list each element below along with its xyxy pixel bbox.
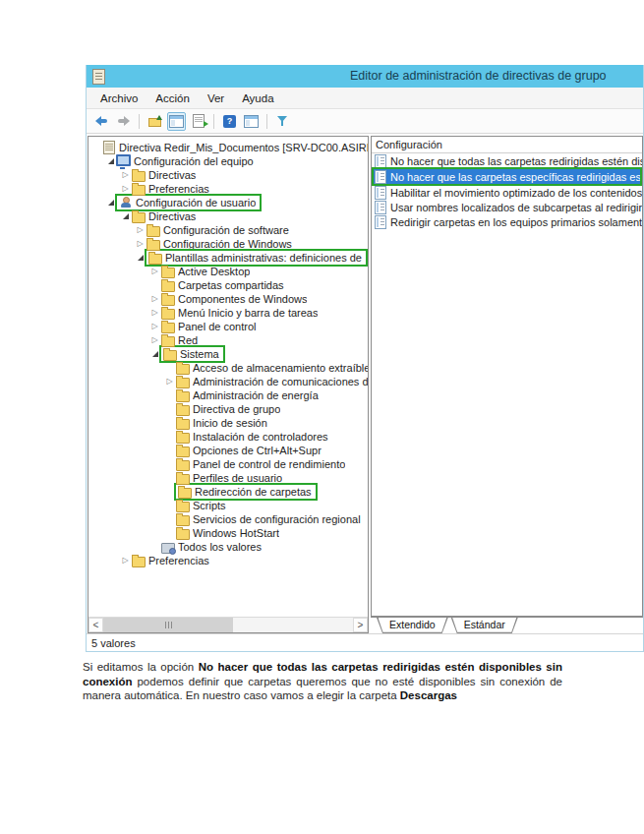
- tree-item[interactable]: Active Desktop: [88, 265, 368, 278]
- tree-item[interactable]: Configuración de software: [88, 223, 368, 237]
- tab-estandar[interactable]: Estándar: [451, 618, 518, 633]
- expander-closed-icon[interactable]: [120, 185, 131, 193]
- scrollbar-track[interactable]: [103, 618, 353, 632]
- settings-list-item[interactable]: Redirigir carpetas en los equipos primar…: [372, 214, 642, 229]
- tree-item-label: Directivas: [148, 210, 196, 222]
- tree-item[interactable]: Directiva Redir_Mis_Documentos [SRV-DC00…: [88, 141, 368, 154]
- tree-item-label: Carpetas compartidas: [178, 279, 284, 291]
- back-icon[interactable]: [92, 112, 111, 131]
- menu-accion[interactable]: Acción: [146, 92, 199, 104]
- horizontal-scrollbar[interactable]: < >: [88, 617, 368, 632]
- tree-item-content: Directivas: [131, 209, 196, 223]
- tree-item[interactable]: Acceso de almacenamiento extraíble: [88, 361, 368, 375]
- tree-item[interactable]: Directiva de grupo: [88, 402, 368, 416]
- tree-item[interactable]: Directivas: [88, 209, 368, 223]
- expander-closed-icon[interactable]: [149, 323, 160, 330]
- expander-closed-icon[interactable]: [135, 240, 146, 248]
- setting-icon: [375, 154, 386, 168]
- tree-item[interactable]: Preferencias: [88, 554, 368, 567]
- toolbar: [87, 109, 643, 134]
- expander-closed-icon[interactable]: [120, 557, 131, 565]
- tree-item[interactable]: Servicios de configuración regional: [88, 512, 368, 526]
- tree-item-content: Componentes de Windows: [160, 292, 307, 306]
- caption-bold-text: Descargas: [400, 689, 457, 701]
- console-tree: Directiva Redir_Mis_Documentos [SRV-DC00…: [88, 137, 368, 617]
- tree-item-label: Inicio de sesión: [193, 417, 267, 429]
- folder-icon: [146, 238, 160, 251]
- menu-ver[interactable]: Ver: [199, 92, 233, 104]
- folder-icon: [175, 472, 190, 485]
- expander-open-icon[interactable]: [120, 213, 131, 219]
- allvalues-icon: [160, 541, 175, 554]
- expander-closed-icon[interactable]: [149, 268, 160, 275]
- tree-item[interactable]: Panel de control de rendimiento: [88, 457, 368, 471]
- expander-open-icon[interactable]: [105, 158, 116, 164]
- tree-item[interactable]: Administración de comunicaciones de Inte…: [88, 375, 368, 388]
- show-console-tree-icon[interactable]: [167, 112, 186, 131]
- filter-icon[interactable]: [273, 112, 292, 131]
- caption-paragraph: Si editamos la opción No hacer que todas…: [83, 660, 562, 703]
- up-one-level-folder-icon[interactable]: [146, 112, 164, 131]
- tree-item[interactable]: Sistema: [88, 347, 368, 361]
- scroll-left-button[interactable]: <: [88, 618, 103, 632]
- menubar: ArchivoAcciónVerAyuda: [87, 88, 643, 109]
- tree-item[interactable]: Administración de energía: [88, 388, 368, 402]
- statusbar: 5 valores: [87, 633, 643, 651]
- expander-closed-icon[interactable]: [149, 295, 160, 303]
- expander-closed-icon[interactable]: [149, 309, 160, 317]
- settings-item-label: Redirigir carpetas en los equipos primar…: [390, 216, 642, 228]
- help-icon[interactable]: [220, 112, 239, 131]
- folder-icon: [131, 210, 146, 223]
- settings-item-label: Habilitar el movimiento optimizado de lo…: [390, 187, 642, 199]
- folder-icon: [147, 252, 162, 265]
- settings-list-item[interactable]: Habilitar el movimiento optimizado de lo…: [372, 185, 642, 200]
- view-tabs: ExtendidoEstándar: [371, 617, 643, 633]
- tree-item-label: Configuración de usuario: [136, 197, 256, 208]
- expander-closed-icon[interactable]: [164, 378, 175, 386]
- column-header-configuracion[interactable]: Configuración: [372, 137, 642, 153]
- folder-icon: [175, 403, 190, 416]
- tree-item[interactable]: Opciones de Ctrl+Alt+Supr: [88, 444, 368, 457]
- titlebar[interactable]: Editor de administración de directivas d…: [87, 65, 643, 88]
- tree-item[interactable]: Componentes de Windows: [88, 292, 368, 306]
- tree-item[interactable]: Redirección de carpetas: [88, 485, 368, 499]
- tree-item[interactable]: Carpetas compartidas: [88, 278, 368, 292]
- tree-item[interactable]: Scripts: [88, 499, 368, 512]
- user-icon: [118, 197, 133, 208]
- tab-extendido[interactable]: Extendido: [377, 618, 448, 633]
- tree-item-label: Todos los valores: [178, 541, 262, 553]
- tree-item[interactable]: Inicio de sesión: [88, 416, 368, 430]
- tree-item[interactable]: Configuración del equipo: [88, 154, 368, 168]
- expander-closed-icon[interactable]: [120, 171, 131, 179]
- app-icon: [92, 69, 105, 85]
- export-list-icon[interactable]: [189, 112, 207, 131]
- tree-item[interactable]: Red: [88, 333, 368, 347]
- scroll-right-button[interactable]: >: [353, 618, 368, 632]
- tree-item[interactable]: Panel de control: [88, 320, 368, 333]
- tree-item[interactable]: Configuración de usuario: [88, 196, 368, 209]
- scrollbar-thumb[interactable]: [103, 618, 233, 632]
- forward-icon[interactable]: [114, 112, 133, 131]
- tree-item[interactable]: Todos los valores: [88, 540, 368, 554]
- tree-item[interactable]: Windows HotStart: [88, 526, 368, 540]
- tree-item-content: Carpetas compartidas: [160, 278, 284, 292]
- expander-closed-icon[interactable]: [135, 226, 146, 234]
- tree-item-content: Servicios de configuración regional: [175, 512, 361, 526]
- menu-ayuda[interactable]: Ayuda: [233, 92, 282, 104]
- tree-item[interactable]: Directivas: [88, 168, 368, 182]
- menu-archivo[interactable]: Archivo: [91, 92, 146, 104]
- tree-item[interactable]: Menú Inicio y barra de tareas: [88, 306, 368, 320]
- tree-item-label: Instalación de controladores: [193, 431, 328, 443]
- show-properties-window-icon[interactable]: [242, 112, 261, 131]
- settings-list-item[interactable]: Usar nombres localizados de subcarpetas …: [372, 200, 642, 214]
- settings-list-item[interactable]: No hacer que las carpetas específicas re…: [372, 167, 642, 186]
- tree-item[interactable]: Instalación de controladores: [88, 430, 368, 444]
- tree-item[interactable]: Plantillas administrativas: definiciones…: [88, 251, 368, 265]
- settings-list: No hacer que todas las carpetas redirigi…: [372, 153, 642, 229]
- tree-item-label: Directivas: [148, 169, 196, 181]
- tree-item-content: Administración de energía: [175, 388, 319, 402]
- expander-closed-icon[interactable]: [149, 336, 160, 344]
- folder-icon: [160, 279, 175, 292]
- settings-list-item[interactable]: No hacer que todas las carpetas redirigi…: [372, 153, 642, 168]
- setting-icon: [375, 186, 386, 200]
